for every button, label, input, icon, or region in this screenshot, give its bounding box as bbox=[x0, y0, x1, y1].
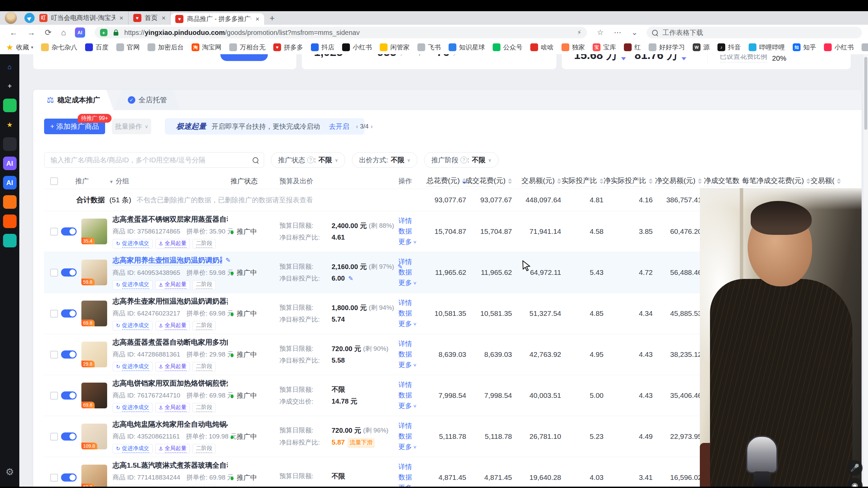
bookmark-item[interactable]: 啥啥 bbox=[530, 43, 554, 52]
op-detail[interactable]: 详情 bbox=[398, 216, 424, 226]
op-data[interactable]: 数据 bbox=[398, 226, 424, 236]
bookmark-item[interactable]: 哔哩哔哩 bbox=[749, 43, 785, 52]
table-search-input[interactable] bbox=[50, 156, 253, 164]
lightning-extension-icon[interactable]: ⚡ bbox=[577, 29, 581, 36]
op-data[interactable]: 数据 bbox=[398, 349, 424, 359]
product-tag[interactable]: ⚓全局起量 bbox=[155, 321, 190, 330]
product-tag[interactable]: ↻促进净成交 bbox=[113, 280, 153, 290]
product-tag[interactable]: 二阶段 bbox=[193, 280, 216, 290]
table-search[interactable] bbox=[44, 152, 264, 168]
ai-purple-icon[interactable]: AI bbox=[3, 157, 17, 170]
product-tag[interactable]: ↻促进净成交 bbox=[113, 362, 153, 371]
home-icon[interactable]: ⌂ bbox=[3, 60, 17, 74]
op-more[interactable]: 更多 bbox=[398, 278, 424, 288]
product-title[interactable]: 志高蒸蛋器煮蛋器自动断电家用多功能鸡蛋定... bbox=[113, 338, 228, 347]
promotion-toggle[interactable] bbox=[61, 432, 77, 441]
op-more[interactable]: 更多 bbox=[398, 360, 424, 370]
bookmark-item[interactable]: 闲管家 bbox=[380, 43, 410, 52]
banner-prev-icon[interactable]: ‹ bbox=[356, 123, 358, 130]
product-title[interactable]: 志高1.5L蒸汽喷淋式煮茶器玻璃全自动保温电热... bbox=[113, 461, 228, 470]
bookmark-item[interactable]: W源 bbox=[693, 43, 710, 52]
op-data[interactable]: 数据 bbox=[398, 390, 424, 400]
bookmark-item[interactable]: 小红书 bbox=[342, 43, 372, 52]
row-checkbox[interactable] bbox=[50, 228, 58, 236]
bookmark-item[interactable]: 知识星球 bbox=[449, 43, 485, 52]
product-tag[interactable]: ⚓全局起量 bbox=[155, 239, 190, 248]
header-metric[interactable]: 成交花费(元) bbox=[466, 176, 512, 186]
filter-bid-method[interactable]: 出价方式: 不限∨ bbox=[352, 152, 417, 168]
op-detail[interactable]: 详情 bbox=[398, 462, 424, 472]
promotion-toggle[interactable] bbox=[61, 473, 77, 482]
banner-open-link[interactable]: 去开启 bbox=[329, 122, 349, 131]
stat-value[interactable]: 955 bbox=[377, 54, 396, 59]
stat-value[interactable]: 76 bbox=[437, 54, 450, 59]
ai-extension-icon[interactable]: AI bbox=[75, 27, 85, 38]
forward-icon[interactable]: → bbox=[27, 28, 35, 37]
header-metric[interactable]: 净交易额( bbox=[810, 176, 841, 186]
address-bar[interactable]: + https://yingxiao.pinduoduo.com/goods/p… bbox=[95, 27, 587, 38]
product-tag[interactable]: ↻促进净成交 bbox=[113, 444, 153, 453]
teal-app-icon[interactable] bbox=[3, 234, 17, 247]
bookmark-item[interactable]: 拼多多 bbox=[862, 43, 868, 52]
product-tag[interactable]: 二阶段 bbox=[193, 321, 216, 330]
flame-app-icon[interactable] bbox=[3, 215, 17, 228]
bookmark-item[interactable]: ♪抖音 bbox=[717, 43, 741, 52]
header-metric[interactable]: 净交易额(元) bbox=[653, 176, 702, 186]
banner-next-icon[interactable]: › bbox=[371, 123, 373, 130]
header-metric[interactable]: 每笔净成交花费(元) bbox=[746, 176, 810, 186]
select-all-checkbox[interactable] bbox=[50, 177, 58, 185]
op-more[interactable]: 更多 bbox=[398, 319, 424, 329]
product-tag[interactable]: 二阶段 bbox=[193, 444, 216, 453]
edit-icon[interactable]: ✎ bbox=[348, 275, 353, 282]
traffic-decline-tag[interactable]: 流量下滑 bbox=[348, 438, 375, 447]
product-tag[interactable]: ↻促进净成交 bbox=[113, 403, 153, 412]
header-metric[interactable]: 总花费(元) bbox=[424, 176, 466, 186]
telegram-icon[interactable]: ▶ bbox=[24, 13, 35, 23]
toolbar-search-input[interactable] bbox=[662, 28, 856, 37]
tab-close-icon[interactable]: × bbox=[255, 15, 259, 23]
product-title[interactable]: 志高养生壶家用恒温泡奶温奶调奶器蒸汽喷淋... bbox=[113, 297, 228, 306]
op-data[interactable]: 数据 bbox=[398, 308, 424, 318]
filter-promotion-status[interactable]: 推广状态: 不限∨ bbox=[271, 152, 345, 168]
row-checkbox[interactable] bbox=[50, 310, 58, 318]
batch-operation-button[interactable]: 批量操作∨ bbox=[112, 119, 151, 134]
add-icon[interactable]: + bbox=[3, 79, 17, 93]
ai-blue-icon[interactable]: AI bbox=[3, 176, 17, 189]
bookmark-item[interactable]: 杂七杂八 bbox=[41, 43, 77, 52]
product-tag[interactable]: 二阶段 bbox=[193, 403, 216, 412]
chevron-down-icon[interactable]: ⌄ bbox=[631, 28, 637, 37]
promotion-toggle[interactable] bbox=[61, 309, 77, 318]
header-group[interactable]: ▼分组 bbox=[109, 177, 129, 186]
bookmark-item[interactable]: 加密后台 bbox=[147, 43, 184, 52]
tab-stable-cost-promotion[interactable]: ⚖ 稳定成本推广 bbox=[33, 90, 114, 110]
bookmark-item[interactable]: 百度 bbox=[85, 43, 108, 52]
row-checkbox[interactable] bbox=[50, 351, 58, 359]
header-metric[interactable]: 交易额(元) bbox=[512, 176, 561, 186]
product-tag[interactable]: ↻促进净成交 bbox=[113, 239, 153, 248]
op-data[interactable]: 数据 bbox=[398, 431, 424, 441]
reload-icon[interactable]: ⟳ bbox=[45, 28, 52, 37]
bookmark-item[interactable]: 公众号 bbox=[493, 43, 522, 52]
adblock-shield-icon[interactable]: + bbox=[100, 29, 107, 36]
op-detail[interactable]: 详情 bbox=[398, 380, 424, 390]
product-tag[interactable]: ⚓全局起量 bbox=[155, 403, 190, 412]
dark-app-icon[interactable] bbox=[3, 137, 17, 151]
product-title[interactable]: 志高家用养生壶恒温泡奶温奶调奶器蒸汽喷淋... bbox=[113, 256, 222, 265]
home-icon[interactable]: ⌂ bbox=[61, 28, 66, 37]
page-scrollbar[interactable] bbox=[864, 54, 868, 487]
row-checkbox[interactable] bbox=[50, 474, 58, 482]
promotion-toggle[interactable] bbox=[61, 391, 77, 400]
new-tab-button[interactable]: + bbox=[270, 13, 275, 23]
op-data[interactable]: 数据 bbox=[398, 267, 424, 277]
bookmark-item[interactable]: 抖店 bbox=[311, 43, 334, 52]
back-icon[interactable]: ← bbox=[9, 28, 18, 37]
op-data[interactable]: 数据 bbox=[398, 472, 424, 482]
rainbow-app-icon[interactable] bbox=[3, 195, 17, 209]
edit-icon[interactable]: ✎ bbox=[225, 257, 231, 264]
header-metric[interactable]: 净实际投产比 bbox=[604, 176, 653, 186]
bookmark-item[interactable]: 飞书 bbox=[417, 43, 441, 52]
bookmark-item[interactable]: 万相台无 bbox=[229, 43, 265, 52]
header-metric[interactable]: 实际投产比 bbox=[561, 176, 604, 186]
product-tag[interactable]: 二阶段 bbox=[193, 362, 216, 371]
promotion-toggle[interactable] bbox=[61, 268, 77, 277]
